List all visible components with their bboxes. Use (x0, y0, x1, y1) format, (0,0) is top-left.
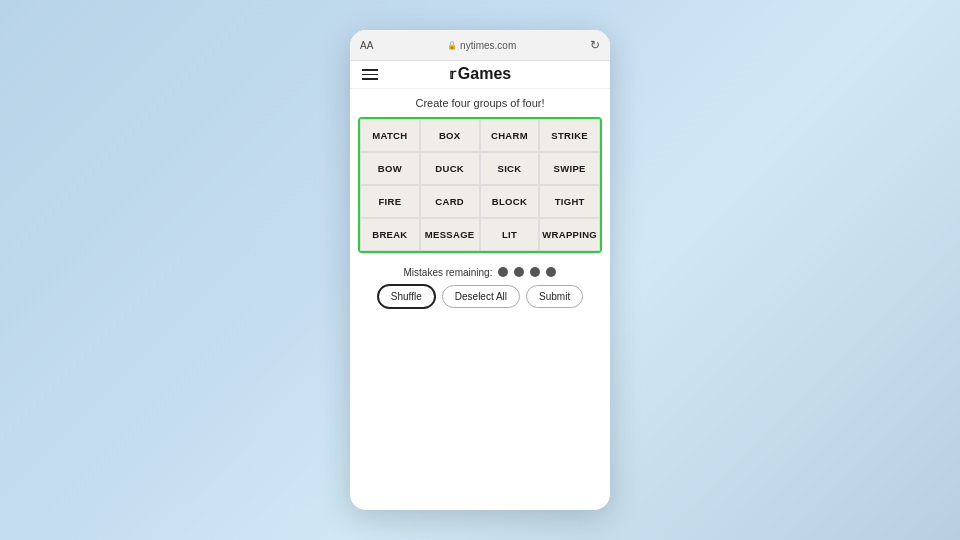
mistake-dot-1 (498, 267, 508, 277)
submit-button[interactable]: Submit (526, 285, 583, 308)
refresh-icon[interactable]: ↻ (590, 38, 600, 52)
game-subtitle: Create four groups of four! (350, 89, 610, 113)
mistakes-row: Mistakes remaining: (350, 257, 610, 284)
mistake-dot-3 (530, 267, 540, 277)
browser-aa: AA (360, 40, 373, 51)
mistakes-label: Mistakes remaining: (404, 267, 493, 278)
grid-cell[interactable]: SICK (480, 152, 540, 185)
grid-cell[interactable]: SWIPE (539, 152, 600, 185)
phone-frame: AA nytimes.com ↻ 𝕣 Games Create four gro… (350, 30, 610, 510)
grid-cell[interactable]: TIGHT (539, 185, 600, 218)
shuffle-button[interactable]: Shuffle (377, 284, 436, 309)
grid-cell[interactable]: BLOCK (480, 185, 540, 218)
grid-cell[interactable]: CARD (420, 185, 480, 218)
mistake-dot-4 (546, 267, 556, 277)
hamburger-menu[interactable] (362, 69, 378, 80)
grid-cell[interactable]: STRIKE (539, 119, 600, 152)
nyt-logo: 𝕣 (449, 66, 456, 82)
app-title: 𝕣 Games (449, 65, 511, 83)
grid-cell[interactable]: MESSAGE (420, 218, 480, 251)
grid-cell[interactable]: CHARM (480, 119, 540, 152)
grid-cell[interactable]: BOX (420, 119, 480, 152)
deselect-all-button[interactable]: Deselect All (442, 285, 520, 308)
grid-cell[interactable]: WRAPPING (539, 218, 600, 251)
grid-cell[interactable]: LIT (480, 218, 540, 251)
grid-cell[interactable]: MATCH (360, 119, 420, 152)
mistake-dot-2 (514, 267, 524, 277)
grid-cell[interactable]: BOW (360, 152, 420, 185)
browser-bar: AA nytimes.com ↻ (350, 30, 610, 61)
game-grid: MATCHBOXCHARMSTRIKEBOWDUCKSICKSWIPEFIREC… (360, 119, 600, 251)
browser-url: nytimes.com (447, 40, 516, 51)
grid-cell[interactable]: DUCK (420, 152, 480, 185)
game-grid-wrapper: MATCHBOXCHARMSTRIKEBOWDUCKSICKSWIPEFIREC… (358, 117, 602, 253)
grid-cell[interactable]: FIRE (360, 185, 420, 218)
app-header: 𝕣 Games (350, 61, 610, 89)
games-label: Games (458, 65, 511, 83)
action-buttons: Shuffle Deselect All Submit (350, 284, 610, 321)
grid-cell[interactable]: BREAK (360, 218, 420, 251)
